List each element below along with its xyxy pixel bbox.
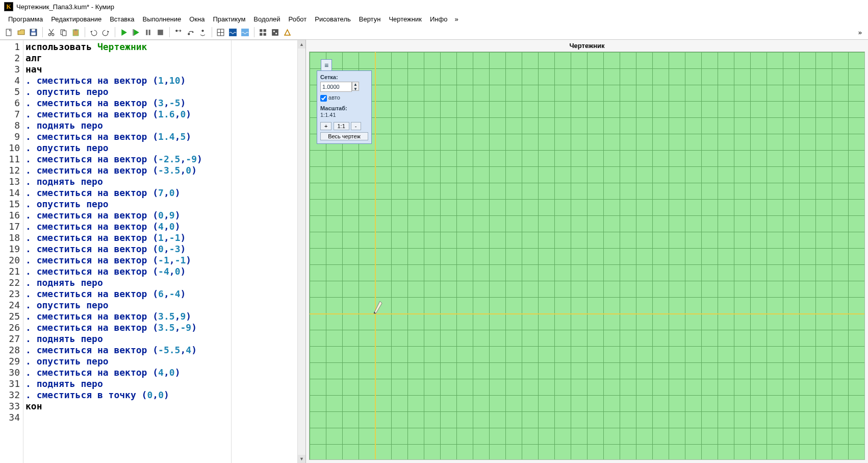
pause-icon[interactable] bbox=[142, 27, 154, 38]
menu-рисователь[interactable]: Рисователь bbox=[311, 14, 354, 24]
svg-rect-3 bbox=[31, 32, 36, 35]
toolbar-overflow-icon[interactable]: » bbox=[858, 29, 862, 36]
separator-icon bbox=[254, 27, 254, 37]
line-number-gutter: 1234567891011121314151617181920212223242… bbox=[0, 40, 23, 463]
open-file-icon[interactable] bbox=[15, 27, 27, 38]
svg-point-25 bbox=[273, 30, 274, 32]
menu-робот[interactable]: Робот bbox=[285, 14, 311, 24]
menu-bar: ПрограммаРедактированиеВставкаВыполнение… bbox=[0, 13, 868, 25]
wave-light-icon[interactable] bbox=[239, 27, 250, 38]
menu-инфо[interactable]: Инфо bbox=[426, 14, 451, 24]
x-axis bbox=[310, 313, 864, 314]
menu-чертежник[interactable]: Чертежник bbox=[385, 14, 426, 24]
cut-icon[interactable] bbox=[45, 27, 57, 38]
menu-overflow-icon[interactable]: » bbox=[451, 14, 461, 24]
menu-выполнение[interactable]: Выполнение bbox=[138, 14, 185, 24]
svg-point-16 bbox=[201, 30, 203, 32]
scroll-up-icon[interactable]: ▲ bbox=[298, 40, 305, 48]
svg-rect-7 bbox=[62, 31, 66, 36]
svg-rect-0 bbox=[6, 29, 11, 36]
toolbar: » bbox=[0, 25, 868, 40]
step-icon[interactable] bbox=[172, 27, 184, 38]
panel-3-icon[interactable] bbox=[282, 27, 293, 38]
run-blind-icon[interactable] bbox=[130, 27, 141, 38]
svg-point-15 bbox=[188, 33, 190, 35]
drawing-canvas[interactable]: ≡ Сетка: 1.0000▲▼ авто Масштаб: 1:1.41 +… bbox=[309, 52, 865, 460]
svg-rect-9 bbox=[74, 29, 76, 31]
separator-icon bbox=[42, 27, 43, 37]
panel-toggle-icon[interactable]: ≡ bbox=[321, 59, 332, 71]
svg-rect-20 bbox=[260, 29, 262, 32]
grid-tool-icon[interactable] bbox=[215, 27, 226, 38]
app-icon: К bbox=[4, 2, 13, 11]
zoom-in-button[interactable]: + bbox=[320, 122, 331, 130]
svg-rect-11 bbox=[146, 30, 147, 35]
separator-icon bbox=[85, 27, 85, 37]
redo-icon[interactable] bbox=[100, 27, 111, 38]
svg-rect-21 bbox=[263, 29, 266, 32]
separator-icon bbox=[169, 27, 170, 37]
editor-pane: 1234567891011121314151617181920212223242… bbox=[0, 40, 306, 463]
scale-label: Масштаб: bbox=[320, 105, 368, 111]
undo-icon[interactable] bbox=[88, 27, 99, 38]
zoom-reset-button[interactable]: 1:1 bbox=[334, 122, 349, 130]
panel-1-icon[interactable] bbox=[257, 27, 268, 38]
svg-rect-23 bbox=[263, 33, 266, 35]
zoom-out-button[interactable]: - bbox=[351, 122, 361, 130]
svg-rect-22 bbox=[260, 33, 262, 35]
separator-icon bbox=[115, 27, 115, 37]
step-over-icon[interactable] bbox=[185, 27, 196, 38]
scale-value: 1:1.41 bbox=[320, 112, 368, 118]
menu-редактирование[interactable]: Редактирование bbox=[47, 14, 106, 24]
title-bar: К Чертежник_Папа3.kum* - Кумир bbox=[0, 0, 868, 13]
fit-button[interactable]: Весь чертеж bbox=[320, 132, 368, 140]
drawing-title: Чертежник bbox=[306, 40, 868, 52]
wave-dark-icon[interactable] bbox=[227, 27, 238, 38]
svg-point-14 bbox=[175, 30, 177, 32]
step-out-icon[interactable] bbox=[197, 27, 208, 38]
paste-icon[interactable] bbox=[70, 27, 81, 38]
menu-окна[interactable]: Окна bbox=[185, 14, 209, 24]
run-icon[interactable] bbox=[118, 27, 129, 38]
menu-вертун[interactable]: Вертун bbox=[355, 14, 385, 24]
svg-rect-2 bbox=[32, 29, 35, 31]
grid-size-input[interactable]: 1.0000 bbox=[320, 82, 352, 92]
separator-icon bbox=[212, 27, 212, 37]
editor-margin bbox=[231, 40, 297, 463]
main-split: 1234567891011121314151617181920212223242… bbox=[0, 40, 868, 463]
menu-практикум[interactable]: Практикум bbox=[209, 14, 249, 24]
copy-icon[interactable] bbox=[58, 27, 69, 38]
save-file-icon[interactable] bbox=[28, 27, 39, 38]
menu-программа[interactable]: Программа bbox=[4, 14, 47, 24]
svg-rect-13 bbox=[158, 30, 163, 35]
control-panel: Сетка: 1.0000▲▼ авто Масштаб: 1:1.41 + 1… bbox=[317, 70, 372, 144]
panel-2-icon[interactable] bbox=[269, 27, 280, 38]
grid-spinner-icon[interactable]: ▲▼ bbox=[352, 82, 359, 91]
svg-rect-24 bbox=[272, 29, 278, 36]
scroll-down-icon[interactable]: ▼ bbox=[298, 455, 305, 463]
svg-rect-10 bbox=[133, 29, 134, 36]
svg-rect-12 bbox=[148, 30, 150, 35]
vertical-scrollbar[interactable]: ▲ ▼ bbox=[297, 40, 305, 463]
code-editor[interactable]: использовать Чертежникалгнач. сместиться… bbox=[23, 40, 231, 463]
stop-icon[interactable] bbox=[155, 27, 166, 38]
pen-cursor-icon bbox=[373, 297, 384, 314]
svg-point-26 bbox=[275, 33, 277, 34]
window-title: Чертежник_Папа3.kum* - Кумир bbox=[16, 3, 114, 11]
auto-checkbox[interactable] bbox=[320, 95, 327, 102]
menu-водолей[interactable]: Водолей bbox=[249, 14, 284, 24]
grid-label: Сетка: bbox=[320, 74, 338, 80]
drawing-pane: Чертежник ≡ Сетка: 1.0000▲▼ ав bbox=[306, 40, 868, 463]
auto-label: авто bbox=[328, 94, 340, 101]
menu-вставка[interactable]: Вставка bbox=[106, 14, 138, 24]
new-file-icon[interactable] bbox=[3, 27, 14, 38]
